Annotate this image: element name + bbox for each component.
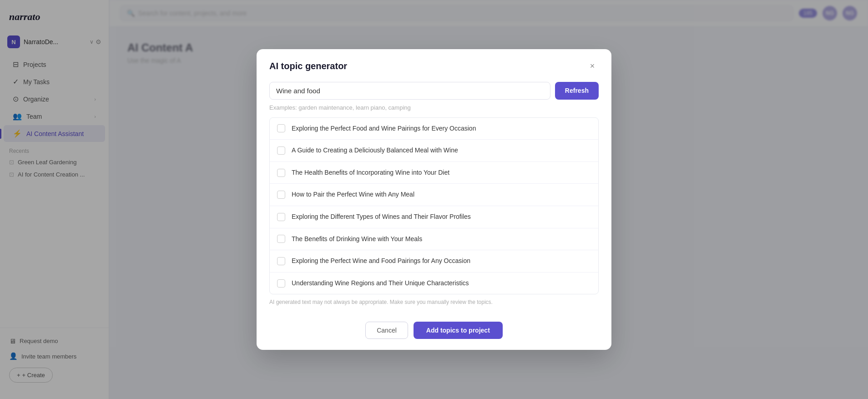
topic-item[interactable]: Exploring the Different Types of Wines a…	[270, 206, 598, 228]
topic-label: The Benefits of Drinking Wine with Your …	[292, 235, 422, 244]
add-topics-button[interactable]: Add topics to project	[414, 322, 503, 339]
topic-checkbox[interactable]	[277, 169, 285, 177]
topic-checkbox[interactable]	[277, 213, 285, 221]
topic-item[interactable]: Understanding Wine Regions and Their Uni…	[270, 273, 598, 294]
topic-item[interactable]: The Benefits of Drinking Wine with Your …	[270, 228, 598, 251]
modal-close-button[interactable]: ×	[586, 60, 599, 73]
modal-overlay: AI topic generator × Refresh Examples: g…	[0, 0, 868, 399]
topic-search-row: Refresh	[269, 82, 599, 100]
topic-item[interactable]: How to Pair the Perfect Wine with Any Me…	[270, 184, 598, 206]
topic-label: Exploring the Perfect Food and Wine Pair…	[292, 124, 476, 133]
close-icon: ×	[590, 61, 595, 71]
topic-label: Exploring the Perfect Wine and Food Pair…	[292, 257, 470, 266]
modal-body: Refresh Examples: garden maintenance, le…	[257, 82, 611, 322]
modal: AI topic generator × Refresh Examples: g…	[257, 49, 611, 350]
modal-footer: Cancel Add topics to project	[257, 322, 611, 350]
topic-checkbox[interactable]	[277, 124, 285, 132]
disclaimer-text: AI generated text may not always be appr…	[269, 299, 599, 305]
topic-checkbox[interactable]	[277, 235, 285, 243]
topic-item[interactable]: A Guide to Creating a Deliciously Balanc…	[270, 140, 598, 162]
topic-label: How to Pair the Perfect Wine with Any Me…	[292, 190, 414, 199]
topic-label: A Guide to Creating a Deliciously Balanc…	[292, 146, 458, 155]
topic-item[interactable]: The Health Benefits of Incorporating Win…	[270, 162, 598, 184]
cancel-button[interactable]: Cancel	[365, 322, 408, 339]
topic-checkbox[interactable]	[277, 257, 285, 265]
topic-label: Exploring the Different Types of Wines a…	[292, 212, 471, 222]
topics-list: Exploring the Perfect Food and Wine Pair…	[269, 117, 599, 295]
modal-title: AI topic generator	[269, 61, 347, 71]
topic-checkbox[interactable]	[277, 279, 285, 288]
topic-item[interactable]: Exploring the Perfect Food and Wine Pair…	[270, 118, 598, 140]
topic-item[interactable]: Exploring the Perfect Wine and Food Pair…	[270, 250, 598, 273]
topic-checkbox[interactable]	[277, 191, 285, 199]
topic-label: Understanding Wine Regions and Their Uni…	[292, 279, 469, 288]
refresh-button[interactable]: Refresh	[555, 82, 599, 100]
topic-label: The Health Benefits of Incorporating Win…	[292, 168, 449, 177]
topic-checkbox[interactable]	[277, 146, 285, 155]
topic-input[interactable]	[269, 82, 550, 100]
examples-text: Examples: garden maintenance, learn pian…	[269, 104, 599, 111]
modal-header: AI topic generator ×	[257, 49, 611, 82]
